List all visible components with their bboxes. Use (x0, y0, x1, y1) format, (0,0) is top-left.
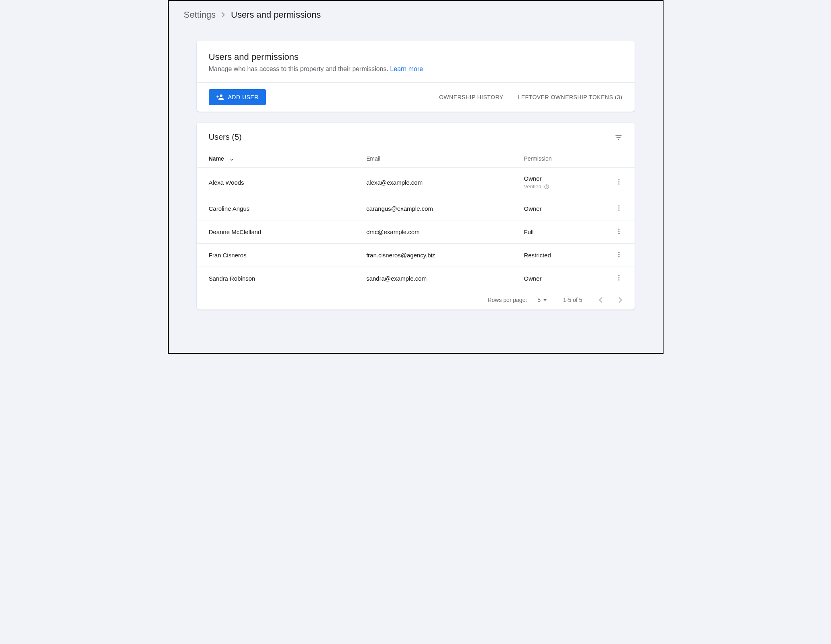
users-card: Users (5) Name Email Perm (197, 123, 635, 310)
svg-point-13 (618, 256, 619, 257)
prev-page-button[interactable] (598, 297, 602, 303)
svg-point-4 (618, 183, 619, 185)
cell-permission: Full (512, 220, 599, 244)
svg-point-16 (618, 279, 619, 281)
svg-point-1 (546, 187, 547, 188)
rows-per-page-select[interactable]: 5 (537, 297, 547, 303)
svg-point-14 (618, 275, 619, 277)
svg-point-12 (618, 254, 619, 255)
next-page-button[interactable] (619, 297, 623, 303)
add-user-label: ADD USER (228, 94, 259, 100)
subtitle-text: Manage who has access to this property a… (209, 65, 388, 72)
pagination-range: 1-5 of 5 (563, 297, 582, 303)
breadcrumb-root[interactable]: Settings (184, 10, 216, 20)
svg-point-2 (618, 179, 619, 180)
arrow-down-icon (229, 156, 235, 162)
add-user-button[interactable]: ADD USER (209, 89, 266, 105)
ownership-history-link[interactable]: OWNERSHIP HISTORY (439, 94, 503, 100)
cell-name: Caroline Angus (197, 197, 354, 220)
cell-email: sandra@example.com (354, 267, 512, 290)
table-row: Caroline Anguscarangus@example.comOwner (197, 197, 635, 220)
filter-icon[interactable] (615, 133, 623, 141)
users-table: Name Email Permission Alexa Woodsalexa@e… (197, 150, 635, 290)
permission-value: Restricted (524, 252, 587, 259)
cell-name: Fran Cisneros (197, 244, 354, 267)
cell-permission: OwnerVerified (512, 168, 599, 197)
cell-permission: Owner (512, 267, 599, 290)
help-icon[interactable] (544, 184, 549, 190)
table-row: Deanne McClellanddmc@example.comFull (197, 220, 635, 244)
column-header-permission[interactable]: Permission (512, 150, 599, 168)
cell-permission: Restricted (512, 244, 599, 267)
svg-point-6 (618, 208, 619, 209)
verified-badge: Verified (524, 183, 587, 190)
verified-label: Verified (524, 183, 541, 190)
svg-point-9 (618, 231, 619, 232)
cell-email: dmc@example.com (354, 220, 512, 244)
permission-value: Owner (524, 275, 587, 282)
permission-value: Owner (524, 205, 587, 212)
column-header-email[interactable]: Email (354, 150, 512, 168)
svg-point-7 (618, 210, 619, 211)
cell-email: alexa@example.com (354, 168, 512, 197)
column-header-name[interactable]: Name (197, 150, 354, 168)
table-row: Fran Cisnerosfran.cisneros@agency.bizRes… (197, 244, 635, 267)
cell-email: carangus@example.com (354, 197, 512, 220)
more-vert-icon[interactable] (615, 251, 623, 258)
column-name-label: Name (209, 155, 224, 162)
intro-card: Users and permissions Manage who has acc… (197, 41, 635, 112)
breadcrumb: Settings Users and permissions (169, 1, 663, 29)
page-title: Users and permissions (209, 52, 623, 62)
table-row: Alexa Woodsalexa@example.comOwnerVerifie… (197, 168, 635, 197)
cell-email: fran.cisneros@agency.biz (354, 244, 512, 267)
svg-point-8 (618, 229, 619, 230)
svg-point-5 (618, 206, 619, 207)
permission-value: Full (524, 228, 587, 235)
table-row: Sandra Robinsonsandra@example.comOwner (197, 267, 635, 290)
svg-point-3 (618, 181, 619, 182)
chevron-right-icon (221, 12, 225, 18)
svg-point-11 (618, 252, 619, 253)
svg-point-15 (618, 277, 619, 279)
more-vert-icon[interactable] (615, 178, 623, 185)
permission-value: Owner (524, 175, 587, 182)
learn-more-link[interactable]: Learn more (390, 65, 423, 72)
cell-actions (599, 168, 634, 197)
table-pagination: Rows per page: 5 1-5 of 5 (197, 290, 635, 310)
cell-actions (599, 220, 634, 244)
rows-per-page-value: 5 (537, 297, 541, 303)
cell-name: Sandra Robinson (197, 267, 354, 290)
more-vert-icon[interactable] (615, 204, 623, 212)
cell-name: Deanne McClelland (197, 220, 354, 244)
dropdown-arrow-icon (543, 299, 547, 301)
cell-name: Alexa Woods (197, 168, 354, 197)
leftover-tokens-link[interactable]: LEFTOVER OWNERSHIP TOKENS (3) (518, 94, 622, 100)
cell-actions (599, 197, 634, 220)
svg-point-10 (618, 233, 619, 234)
users-section-title: Users (5) (209, 132, 242, 142)
page-subtitle: Manage who has access to this property a… (209, 65, 623, 73)
breadcrumb-current: Users and permissions (231, 10, 321, 20)
person-add-icon (216, 93, 224, 101)
cell-permission: Owner (512, 197, 599, 220)
cell-actions (599, 244, 634, 267)
more-vert-icon[interactable] (615, 228, 623, 235)
cell-actions (599, 267, 634, 290)
rows-per-page-label: Rows per page: (488, 297, 527, 303)
more-vert-icon[interactable] (615, 274, 623, 281)
